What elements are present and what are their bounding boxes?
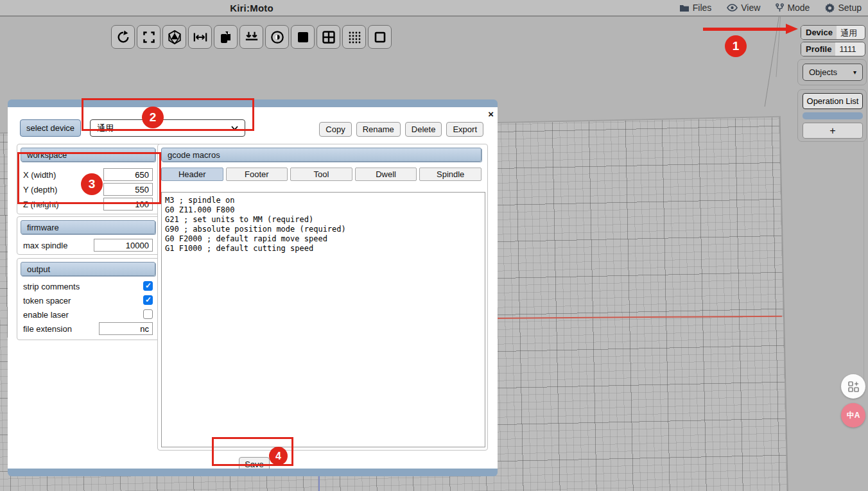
- eye-icon: [727, 4, 738, 12]
- chevron-down-icon: ▾: [853, 69, 856, 76]
- objects-dropdown-label: Objects: [809, 67, 837, 77]
- kiri-moto-app: Kiri:Moto Files View Mode: [0, 0, 868, 491]
- token-spacer-row: token spacer: [23, 294, 153, 307]
- max-spindle-label: max spindle: [23, 241, 67, 250]
- profile-button[interactable]: Profile 1111: [801, 42, 865, 56]
- menu-mode[interactable]: Mode: [776, 3, 810, 13]
- menu-setup-label: Setup: [838, 3, 862, 13]
- output-panel: output strip comments token spacer enabl…: [17, 258, 162, 340]
- app-title: Kiri:Moto: [200, 3, 303, 13]
- tab-dwell[interactable]: Dwell: [355, 168, 417, 181]
- tab-header[interactable]: Header: [161, 168, 223, 181]
- visibility-icon-button[interactable]: [265, 25, 289, 49]
- step1-badge: 1: [725, 35, 747, 57]
- gear-icon: [825, 3, 835, 13]
- strip-comments-row: strip comments: [23, 280, 153, 293]
- file-extension-row: file extension nc: [23, 322, 153, 335]
- gcode-macros-panel: gcode macros Header Footer Tool Dwell Sp…: [157, 144, 488, 451]
- gcode-macros-header: gcode macros: [161, 148, 482, 162]
- dot-grid-icon-button[interactable]: [342, 25, 366, 49]
- step4-badge: 4: [269, 447, 288, 465]
- translate-glyph: 中A: [847, 410, 860, 421]
- mesh-icon-button[interactable]: [162, 25, 186, 49]
- menu-files[interactable]: Files: [679, 3, 712, 13]
- rename-button[interactable]: Rename: [356, 122, 401, 137]
- translate-icon[interactable]: 中A: [841, 403, 865, 427]
- firmware-panel-header: firmware: [21, 220, 155, 234]
- add-operation-label: +: [829, 125, 835, 137]
- operations-group: Operation List +: [797, 89, 867, 142]
- top-bar: Kiri:Moto Files View Mode: [0, 0, 868, 17]
- tab-spindle[interactable]: Spindle: [419, 168, 482, 181]
- top-menu: Files View Mode Setup: [679, 0, 862, 15]
- step2-badge: 2: [142, 107, 164, 128]
- y-axis-line: [318, 474, 320, 491]
- enable-laser-checkbox[interactable]: [143, 309, 153, 319]
- device-button-value: 通用: [837, 26, 860, 39]
- operation-list-button[interactable]: Operation List: [803, 93, 863, 109]
- step2-highlight-box: [82, 98, 254, 131]
- rotate-icon-button[interactable]: [111, 25, 135, 49]
- menu-view-label: View: [741, 3, 760, 13]
- fork-icon: [776, 3, 784, 12]
- objects-dropdown[interactable]: Objects ▾: [803, 64, 863, 81]
- menu-mode-label: Mode: [787, 3, 810, 13]
- view-toolbar: [111, 25, 392, 49]
- file-extension-label: file extension: [23, 324, 72, 334]
- apps-sparkle-icon[interactable]: [841, 374, 865, 399]
- dialog-action-buttons: Copy Rename Delete Export: [319, 122, 483, 137]
- profile-button-value: 1111: [835, 42, 858, 56]
- step1-arrow: [703, 28, 788, 31]
- device-button-label: Device: [801, 26, 837, 39]
- device-button[interactable]: Device 通用: [801, 25, 865, 40]
- menu-view[interactable]: View: [727, 3, 760, 13]
- max-spindle-input[interactable]: 10000: [94, 239, 153, 252]
- max-spindle-row: max spindle 10000: [23, 239, 153, 252]
- token-spacer-label: token spacer: [23, 296, 71, 306]
- dialog-footer-bar: [8, 469, 498, 476]
- menu-setup[interactable]: Setup: [825, 3, 862, 13]
- firmware-panel: firmware max spindle 10000: [17, 216, 162, 255]
- gcode-tabs: Header Footer Tool Dwell Spindle: [161, 168, 482, 181]
- operation-list-label: Operation List: [807, 96, 859, 106]
- add-operation-button[interactable]: +: [803, 123, 863, 139]
- strip-comments-label: strip comments: [23, 282, 80, 291]
- wireframe-icon-button[interactable]: [368, 25, 392, 49]
- strip-comments-checkbox[interactable]: [143, 281, 153, 291]
- enable-laser-label: enable laser: [23, 310, 69, 320]
- solid-view-icon-button[interactable]: [291, 25, 315, 49]
- drop-floor-icon-button[interactable]: [239, 25, 263, 49]
- close-icon[interactable]: ×: [488, 110, 494, 119]
- operations-divider: [803, 112, 863, 119]
- step1-arrowhead-icon: [786, 24, 798, 34]
- enable-laser-row: enable laser: [23, 308, 153, 321]
- grid-view-icon-button[interactable]: [317, 25, 340, 49]
- scale-width-icon-button[interactable]: [188, 25, 212, 49]
- delete-button[interactable]: Delete: [405, 122, 442, 137]
- select-device-button[interactable]: select device: [20, 119, 81, 137]
- file-extension-input[interactable]: nc: [99, 322, 153, 335]
- fullscreen-icon-button[interactable]: [137, 25, 161, 49]
- step3-badge: 3: [81, 173, 103, 195]
- tab-footer[interactable]: Footer: [226, 168, 288, 181]
- export-button[interactable]: Export: [446, 122, 483, 137]
- profile-button-label: Profile: [801, 42, 835, 56]
- folder-icon: [679, 4, 690, 12]
- tab-tool[interactable]: Tool: [290, 168, 352, 181]
- copy-button[interactable]: Copy: [319, 122, 351, 137]
- duplicate-icon-button[interactable]: [214, 25, 238, 49]
- output-panel-header: output: [21, 262, 155, 276]
- gcode-editor[interactable]: M3 ; spindle on G0 Z11.000 F800 G21 ; se…: [161, 192, 485, 447]
- menu-files-label: Files: [693, 3, 712, 13]
- right-edge-line: [864, 142, 864, 393]
- objects-group: Objects ▾: [797, 59, 867, 85]
- token-spacer-checkbox[interactable]: [143, 295, 153, 305]
